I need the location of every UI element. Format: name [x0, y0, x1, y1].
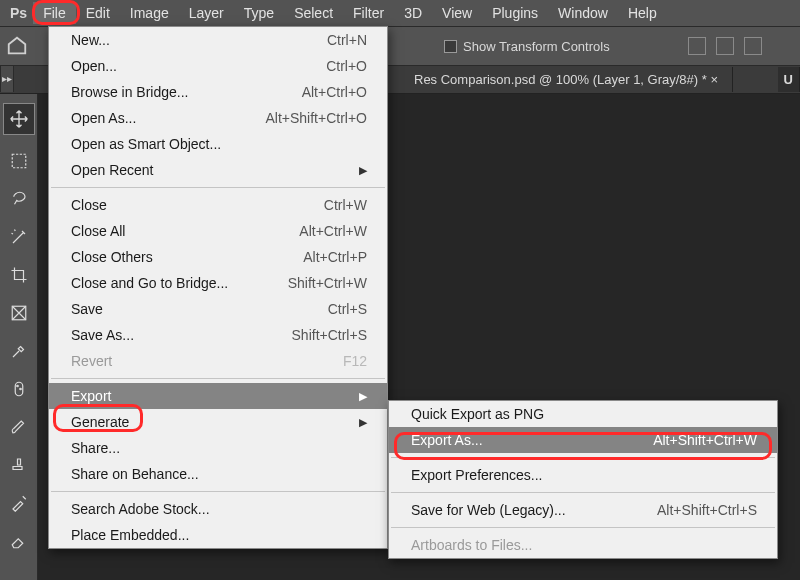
file-menu-item-revert: RevertF12: [49, 348, 387, 374]
file-menu-item-close[interactable]: CloseCtrl+W: [49, 192, 387, 218]
marquee-tool-icon[interactable]: [8, 150, 30, 172]
menu-item-label: Close: [71, 197, 292, 213]
file-menu-item-open[interactable]: Open...Ctrl+O: [49, 53, 387, 79]
menu-item-shortcut: Alt+Ctrl+W: [299, 223, 367, 239]
menu-item-label: Search Adobe Stock...: [71, 501, 367, 517]
menu-item-label: Share...: [71, 440, 367, 456]
menu-item-label: Save As...: [71, 327, 260, 343]
menu-item-shortcut: Alt+Ctrl+O: [302, 84, 367, 100]
file-menu-item-export[interactable]: Export▶: [49, 383, 387, 409]
file-menu-item-new[interactable]: New...Ctrl+N: [49, 27, 387, 53]
menu-item-shortcut: F12: [343, 353, 367, 369]
submenu-arrow-icon: ▶: [359, 164, 367, 177]
align-icon-1[interactable]: [688, 37, 706, 55]
show-transform-controls-checkbox[interactable]: Show Transform Controls: [444, 39, 610, 54]
svg-point-3: [16, 385, 18, 387]
menubar: Ps File Edit Image Layer Type Select Fil…: [0, 0, 800, 26]
menu-separator: [391, 492, 775, 493]
menu-item-label: Export As...: [411, 432, 621, 448]
healing-tool-icon[interactable]: [8, 378, 30, 400]
file-menu-item-save-as[interactable]: Save As...Shift+Ctrl+S: [49, 322, 387, 348]
export-menu-item-export-as[interactable]: Export As...Alt+Shift+Ctrl+W: [389, 427, 777, 453]
file-menu-item-close-others[interactable]: Close OthersAlt+Ctrl+P: [49, 244, 387, 270]
export-menu-item-quick-export-as-png[interactable]: Quick Export as PNG: [389, 401, 777, 427]
export-menu-item-save-for-web-legacy[interactable]: Save for Web (Legacy)...Alt+Shift+Ctrl+S: [389, 497, 777, 523]
menu-item-shortcut: Alt+Shift+Ctrl+W: [653, 432, 757, 448]
menu-item-label: Export: [71, 388, 341, 404]
menu-image[interactable]: Image: [120, 2, 179, 24]
menu-item-label: Open as Smart Object...: [71, 136, 367, 152]
file-menu-item-share-on-behance[interactable]: Share on Behance...: [49, 461, 387, 487]
menu-item-label: Share on Behance...: [71, 466, 367, 482]
menu-plugins[interactable]: Plugins: [482, 2, 548, 24]
menu-item-label: Open As...: [71, 110, 233, 126]
app-logo: Ps: [4, 2, 33, 24]
file-menu-item-close-and-go-to-bridge[interactable]: Close and Go to Bridge...Shift+Ctrl+W: [49, 270, 387, 296]
menu-item-label: Browse in Bridge...: [71, 84, 270, 100]
align-icon-3[interactable]: [744, 37, 762, 55]
svg-point-4: [19, 388, 21, 390]
menu-item-label: Revert: [71, 353, 311, 369]
menu-separator: [51, 491, 385, 492]
history-brush-tool-icon[interactable]: [8, 492, 30, 514]
file-menu-item-open-as-smart-object[interactable]: Open as Smart Object...: [49, 131, 387, 157]
menu-item-shortcut: Ctrl+W: [324, 197, 367, 213]
menu-item-label: Export Preferences...: [411, 467, 757, 483]
move-tool-icon[interactable]: [4, 104, 34, 134]
menu-window[interactable]: Window: [548, 2, 618, 24]
menu-item-shortcut: Shift+Ctrl+W: [288, 275, 367, 291]
submenu-arrow-icon: ▶: [359, 390, 367, 403]
menu-item-shortcut: Ctrl+O: [326, 58, 367, 74]
document-tab-right[interactable]: U: [778, 67, 800, 92]
menu-edit[interactable]: Edit: [76, 2, 120, 24]
menu-item-shortcut: Ctrl+S: [328, 301, 367, 317]
eraser-tool-icon[interactable]: [8, 530, 30, 552]
menu-item-label: Artboards to Files...: [411, 537, 757, 553]
file-menu-item-open-as[interactable]: Open As...Alt+Shift+Ctrl+O: [49, 105, 387, 131]
brush-tool-icon[interactable]: [8, 416, 30, 438]
menu-item-label: Quick Export as PNG: [411, 406, 757, 422]
checkbox-icon: [444, 40, 457, 53]
home-icon[interactable]: [6, 35, 28, 57]
menu-item-label: Open...: [71, 58, 294, 74]
stamp-tool-icon[interactable]: [8, 454, 30, 476]
export-submenu-dropdown: Quick Export as PNGExport As...Alt+Shift…: [388, 400, 778, 559]
tools-panel: [0, 94, 38, 580]
menu-item-label: Save: [71, 301, 296, 317]
wand-tool-icon[interactable]: [8, 226, 30, 248]
menu-type[interactable]: Type: [234, 2, 284, 24]
menu-item-label: New...: [71, 32, 295, 48]
file-menu-item-open-recent[interactable]: Open Recent▶: [49, 157, 387, 183]
eyedropper-tool-icon[interactable]: [8, 340, 30, 362]
export-menu-item-export-preferences[interactable]: Export Preferences...: [389, 462, 777, 488]
file-menu-item-browse-in-bridge[interactable]: Browse in Bridge...Alt+Ctrl+O: [49, 79, 387, 105]
file-menu-item-search-adobe-stock[interactable]: Search Adobe Stock...: [49, 496, 387, 522]
menu-item-shortcut: Shift+Ctrl+S: [292, 327, 367, 343]
panel-collapse-toggle[interactable]: ▸▸: [0, 66, 14, 92]
file-menu-item-generate[interactable]: Generate▶: [49, 409, 387, 435]
menu-item-shortcut: Alt+Ctrl+P: [303, 249, 367, 265]
document-tab[interactable]: Res Comparison.psd @ 100% (Layer 1, Gray…: [400, 67, 733, 92]
menu-help[interactable]: Help: [618, 2, 667, 24]
file-menu-item-close-all[interactable]: Close AllAlt+Ctrl+W: [49, 218, 387, 244]
file-menu-item-place-embedded[interactable]: Place Embedded...: [49, 522, 387, 548]
crop-tool-icon[interactable]: [8, 264, 30, 286]
align-icon-2[interactable]: [716, 37, 734, 55]
menu-item-label: Close and Go to Bridge...: [71, 275, 256, 291]
menu-select[interactable]: Select: [284, 2, 343, 24]
file-menu-item-share[interactable]: Share...: [49, 435, 387, 461]
menu-item-shortcut: Alt+Shift+Ctrl+S: [657, 502, 757, 518]
menu-file[interactable]: File: [33, 2, 76, 24]
menu-view[interactable]: View: [432, 2, 482, 24]
submenu-arrow-icon: ▶: [359, 416, 367, 429]
menu-3d[interactable]: 3D: [394, 2, 432, 24]
menu-filter[interactable]: Filter: [343, 2, 394, 24]
menu-layer[interactable]: Layer: [179, 2, 234, 24]
file-menu-item-save[interactable]: SaveCtrl+S: [49, 296, 387, 322]
export-menu-item-artboards-to-files: Artboards to Files...: [389, 532, 777, 558]
menu-item-shortcut: Ctrl+N: [327, 32, 367, 48]
frame-tool-icon[interactable]: [8, 302, 30, 324]
show-transform-controls-label: Show Transform Controls: [463, 39, 610, 54]
lasso-tool-icon[interactable]: [8, 188, 30, 210]
menu-separator: [51, 187, 385, 188]
